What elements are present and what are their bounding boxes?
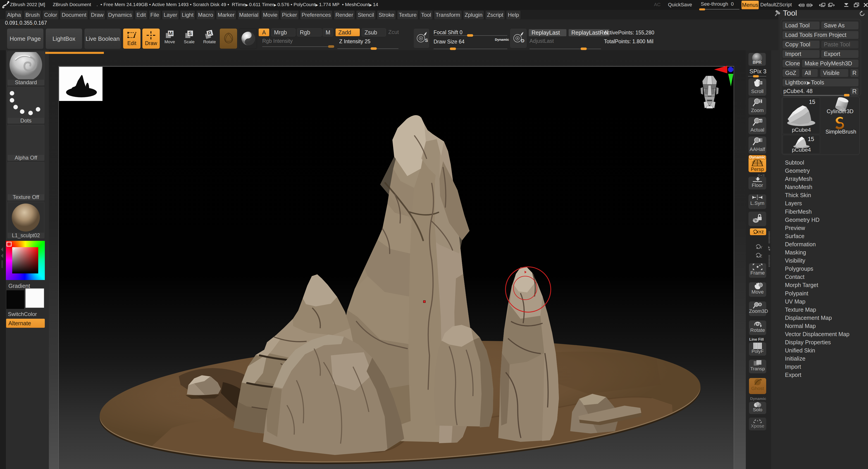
- svg-text:x1: x1: [759, 119, 762, 122]
- svg-text:D: D: [521, 38, 524, 43]
- svg-text:Z: Z: [760, 254, 762, 258]
- svg-text:Y: Y: [760, 245, 762, 250]
- svg-text:BPR: BPR: [753, 60, 762, 65]
- svg-text:XYZ: XYZ: [756, 230, 764, 234]
- svg-text:S: S: [425, 38, 428, 43]
- svg-text:S: S: [188, 31, 192, 36]
- svg-text:M: M: [168, 31, 173, 36]
